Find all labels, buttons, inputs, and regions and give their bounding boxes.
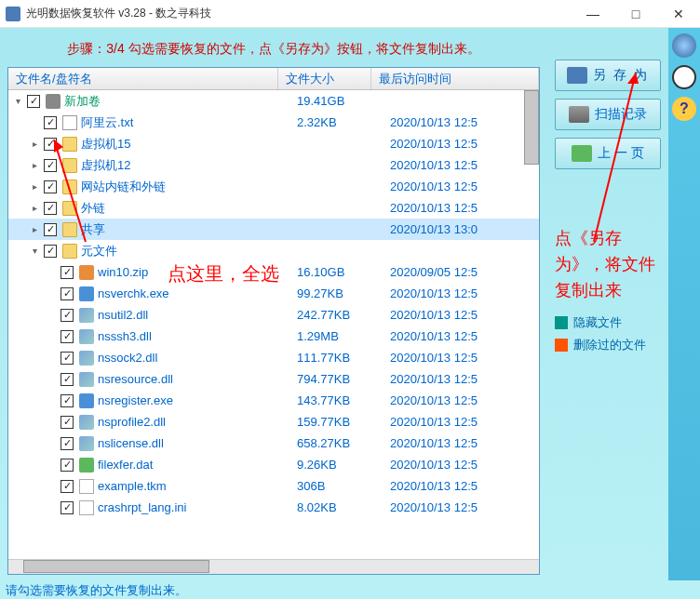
- file-checkbox[interactable]: [61, 437, 74, 450]
- file-row[interactable]: nsresource.dll794.77KB2020/10/13 12:5: [8, 368, 539, 390]
- file-row[interactable]: filexfer.dat9.26KB2020/10/13 12:5: [8, 454, 539, 475]
- expand-toggle[interactable]: ▸: [29, 160, 40, 170]
- save-as-label: 另 存 为: [593, 67, 649, 84]
- disk-icon: [46, 94, 61, 109]
- file-time: 2020/10/13 12:5: [390, 458, 539, 472]
- scrollbar-thumb[interactable]: [524, 90, 539, 165]
- file-row[interactable]: win10.zip16.10GB2020/09/05 12:5: [8, 261, 539, 283]
- file-name: crashrpt_lang.ini: [98, 500, 297, 514]
- file-row[interactable]: ▸共享2020/10/13 13:0: [8, 219, 539, 240]
- file-size: 159.77KB: [297, 415, 390, 429]
- save-icon: [567, 67, 587, 84]
- file-row[interactable]: ▸网站内链和外链2020/10/13 12:5: [8, 176, 539, 197]
- file-checkbox[interactable]: [61, 480, 74, 493]
- file-row[interactable]: nsprofile2.dll159.77KB2020/10/13 12:5: [8, 411, 539, 433]
- settings-icon[interactable]: [672, 33, 696, 58]
- maximize-button[interactable]: □: [614, 0, 657, 28]
- file-checkbox[interactable]: [61, 352, 74, 365]
- folder-icon: [62, 244, 77, 259]
- file-name: nsssh3.dll: [98, 329, 297, 343]
- file-checkbox[interactable]: [61, 459, 74, 472]
- file-row[interactable]: ▾新加卷19.41GB: [8, 90, 539, 112]
- file-row[interactable]: example.tkm306B2020/10/13 12:5: [8, 475, 539, 497]
- file-checkbox[interactable]: [61, 330, 74, 343]
- file-checkbox[interactable]: [44, 245, 57, 258]
- legend-deleted-color: [555, 339, 568, 352]
- folder-icon: [62, 222, 77, 237]
- file-size: 794.77KB: [297, 372, 390, 386]
- dat-icon: [79, 458, 94, 473]
- dll-icon: [79, 415, 94, 430]
- exe-icon: [79, 393, 94, 408]
- file-checkbox[interactable]: [27, 95, 40, 108]
- file-size: 8.02KB: [297, 500, 390, 514]
- file-row[interactable]: ▸虚拟机122020/10/13 12:5: [8, 154, 539, 176]
- close-button[interactable]: ✕: [657, 0, 700, 28]
- back-icon: [572, 145, 592, 162]
- help-icon[interactable]: ?: [672, 97, 696, 121]
- file-row[interactable]: nsutil2.dll242.77KB2020/10/13 12:5: [8, 304, 539, 326]
- file-checkbox[interactable]: [61, 394, 74, 407]
- horizontal-scrollbar[interactable]: [8, 559, 539, 574]
- file-row[interactable]: crashrpt_lang.ini8.02KB2020/10/13 12:5: [8, 497, 539, 518]
- expand-toggle[interactable]: ▾: [12, 96, 23, 106]
- file-row[interactable]: nssock2.dll111.77KB2020/10/13 12:5: [8, 347, 539, 368]
- file-name: win10.zip: [98, 265, 297, 279]
- folder-icon: [62, 201, 77, 216]
- file-time: 2020/10/13 12:5: [390, 436, 539, 450]
- file-checkbox[interactable]: [61, 287, 74, 300]
- file-list[interactable]: ▾新加卷19.41GB阿里云.txt2.32KB2020/10/13 12:5▸…: [8, 90, 539, 559]
- file-checkbox[interactable]: [44, 138, 57, 151]
- file-checkbox[interactable]: [44, 223, 57, 236]
- file-row[interactable]: nsverchk.exe99.27KB2020/10/13 12:5: [8, 283, 539, 304]
- file-row[interactable]: ▸虚拟机152020/10/13 12:5: [8, 133, 539, 154]
- txt-icon: [62, 115, 77, 130]
- file-row[interactable]: 阿里云.txt2.32KB2020/10/13 12:5: [8, 112, 539, 133]
- status-bar: 请勾选需要恢复的文件复制出来。: [0, 580, 700, 599]
- header-time[interactable]: 最后访问时间: [371, 68, 539, 89]
- file-name: filexfer.dat: [98, 458, 297, 472]
- dll-icon: [79, 329, 94, 344]
- file-row[interactable]: nslicense.dll658.27KB2020/10/13 12:5: [8, 433, 539, 454]
- gen-icon: [79, 479, 94, 494]
- file-checkbox[interactable]: [61, 501, 74, 514]
- file-checkbox[interactable]: [44, 202, 57, 215]
- file-row[interactable]: ▾元文件: [8, 240, 539, 261]
- file-checkbox[interactable]: [44, 116, 57, 129]
- expand-toggle[interactable]: ▸: [29, 139, 40, 149]
- expand-toggle[interactable]: ▸: [29, 203, 40, 213]
- legend-hidden-label: 隐藏文件: [573, 314, 622, 331]
- file-checkbox[interactable]: [61, 416, 74, 429]
- file-row[interactable]: ▸外链2020/10/13 12:5: [8, 197, 539, 219]
- file-checkbox[interactable]: [61, 373, 74, 386]
- expand-toggle[interactable]: ▸: [29, 181, 40, 192]
- file-checkbox[interactable]: [61, 309, 74, 322]
- zip-icon: [79, 265, 94, 280]
- header-size[interactable]: 文件大小: [278, 68, 371, 89]
- dll-icon: [79, 436, 94, 451]
- expand-toggle[interactable]: ▸: [29, 224, 40, 234]
- file-checkbox[interactable]: [44, 180, 57, 193]
- save-as-button[interactable]: 另 存 为: [555, 60, 661, 91]
- expand-toggle[interactable]: ▾: [29, 246, 40, 256]
- legend: 隐藏文件 删除过的文件: [555, 314, 661, 353]
- file-time: 2020/10/13 12:5: [390, 308, 539, 322]
- file-row[interactable]: nsssh3.dll1.29MB2020/10/13 12:5: [8, 326, 539, 347]
- file-size: 306B: [297, 479, 390, 493]
- right-sidebar: ?: [668, 28, 700, 580]
- minimize-button[interactable]: —: [572, 0, 614, 28]
- dll-icon: [79, 351, 94, 366]
- prev-page-button[interactable]: 上 一 页: [555, 138, 661, 169]
- window-title: 光明数据恢复软件 v3.28 - 数之寻科技: [26, 6, 572, 21]
- qq-icon[interactable]: [672, 65, 696, 89]
- file-time: 2020/10/13 12:5: [390, 115, 539, 129]
- scan-log-button[interactable]: 扫描记录: [555, 99, 661, 130]
- h-scrollbar-thumb[interactable]: [23, 560, 209, 573]
- file-row[interactable]: nsregister.exe143.77KB2020/10/13 12:5: [8, 390, 539, 411]
- file-name: nsutil2.dll: [98, 308, 297, 322]
- file-checkbox[interactable]: [44, 159, 57, 172]
- file-name: 元文件: [81, 243, 297, 260]
- file-checkbox[interactable]: [61, 266, 74, 279]
- file-name: nssock2.dll: [98, 351, 297, 365]
- header-name[interactable]: 文件名/盘符名: [8, 68, 278, 89]
